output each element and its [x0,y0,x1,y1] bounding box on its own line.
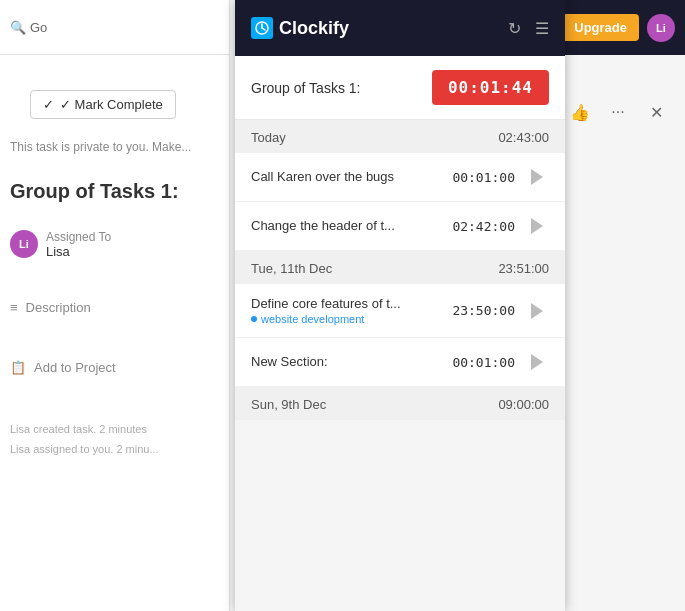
header-right: ↻ ☰ [508,19,549,38]
assigned-name: Lisa [46,244,111,259]
project-name-3: website development [261,313,364,325]
task-title: Group of Tasks 1: [10,180,220,203]
timer-row: Group of Tasks 1: 00:01:44 [235,56,565,120]
date-label-tue: Tue, 11th Dec [251,261,332,276]
description-label: Description [26,300,91,315]
entry-right-4: 00:01:00 [452,350,549,374]
play-button-3[interactable] [525,299,549,323]
play-button-1[interactable] [525,165,549,189]
mark-complete-label: ✓ Mark Complete [60,97,163,112]
entry-name-1: Call Karen over the bugs [251,169,452,184]
entry-change-header: Change the header of t... 02:42:00 [235,202,565,251]
task-topbar: 🔍 Go [0,0,229,55]
entries-container: Today 02:43:00 Call Karen over the bugs … [235,120,565,611]
entry-left-4: New Section: [251,354,452,371]
activity-line-1: Lisa created task. 2 minutes [10,420,159,440]
search-area: 🔍 Go [10,20,47,35]
close-button[interactable]: ✕ [642,98,670,126]
assigned-label: Assigned To [46,230,111,244]
entry-name-2: Change the header of t... [251,218,452,233]
date-group-sun: Sun, 9th Dec 09:00:00 [235,387,565,420]
clockify-logo: Clockify [251,17,349,39]
total-tue: 23:51:00 [498,261,549,276]
assigned-section: Li Assigned To Lisa [10,230,111,259]
activity-line-2: Lisa assigned to you. 2 minu... [10,440,159,460]
entry-left-3: Define core features of t... website dev… [251,296,452,325]
date-label-sun: Sun, 9th Dec [251,397,326,412]
play-button-4[interactable] [525,350,549,374]
search-text: Go [30,20,47,35]
clockify-panel: Clockify ↻ ☰ Group of Tasks 1: 00:01:44 … [235,0,565,611]
clockify-logo-text: Clockify [279,18,349,39]
mark-complete-button[interactable]: ✓ ✓ Mark Complete [30,90,176,119]
project-dot-3 [251,316,257,322]
svg-line-2 [262,28,265,30]
top-nav: Upgrade Li [550,0,685,55]
clockify-header: Clockify ↻ ☰ [235,0,565,56]
description-section: ≡ Description [10,300,91,315]
checkmark-icon: ✓ [43,97,54,112]
user-avatar-nav[interactable]: Li [647,14,675,42]
timer-display[interactable]: 00:01:44 [432,70,549,105]
search-icon: 🔍 [10,20,26,35]
private-notice: This task is private to you. Make... [10,140,230,154]
entry-name-4: New Section: [251,354,452,369]
entry-duration-1: 00:01:00 [452,170,515,185]
entry-right-2: 02:42:00 [452,214,549,238]
entry-right-3: 23:50:00 [452,299,549,323]
entry-name-3: Define core features of t... [251,296,452,311]
total-sun: 09:00:00 [498,397,549,412]
entry-left-2: Change the header of t... [251,218,452,235]
entry-define-core: Define core features of t... website dev… [235,284,565,338]
timer-task-name: Group of Tasks 1: [251,80,360,96]
date-group-today: Today 02:43:00 [235,120,565,153]
menu-icon[interactable]: ☰ [535,19,549,38]
entry-duration-2: 02:42:00 [452,219,515,234]
thumbs-up-button[interactable]: 👍 [566,98,594,126]
date-group-tue: Tue, 11th Dec 23:51:00 [235,251,565,284]
add-project-label: Add to Project [34,360,116,375]
assignee-avatar: Li [10,230,38,258]
project-icon: 📋 [10,360,26,375]
play-triangle-3 [531,303,543,319]
add-project-section[interactable]: 📋 Add to Project [10,360,116,375]
play-button-2[interactable] [525,214,549,238]
entry-left-1: Call Karen over the bugs [251,169,452,186]
right-actions: 👍 ··· ✕ [566,98,670,126]
activity-section: Lisa created task. 2 minutes Lisa assign… [10,420,159,460]
upgrade-button[interactable]: Upgrade [562,14,639,41]
entry-right-1: 00:01:00 [452,165,549,189]
clockify-logo-icon [251,17,273,39]
total-today: 02:43:00 [498,130,549,145]
play-triangle-4 [531,354,543,370]
entry-duration-4: 00:01:00 [452,355,515,370]
refresh-icon[interactable]: ↻ [508,19,521,38]
assigned-info: Assigned To Lisa [46,230,111,259]
entry-call-karen: Call Karen over the bugs 00:01:00 [235,153,565,202]
clock-svg-icon [255,21,269,35]
play-triangle-1 [531,169,543,185]
description-icon: ≡ [10,300,18,315]
date-label-today: Today [251,130,286,145]
play-triangle-2 [531,218,543,234]
entry-new-section: New Section: 00:01:00 [235,338,565,387]
entry-duration-3: 23:50:00 [452,303,515,318]
entry-project-3: website development [251,313,452,325]
more-options-button[interactable]: ··· [604,98,632,126]
task-panel: 🔍 Go ✓ ✓ Mark Complete This task is priv… [0,0,230,611]
